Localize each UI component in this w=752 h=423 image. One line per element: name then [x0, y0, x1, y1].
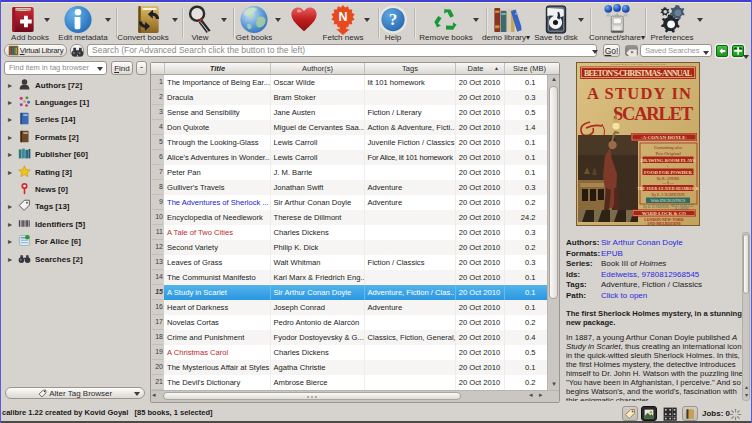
svg-text:WARD·LOCK & CO: WARD·LOCK & CO: [642, 211, 686, 216]
svg-text:Two Original: Two Original: [655, 151, 681, 156]
svg-text:·A·CONAN·DOYLE·: ·A·CONAN·DOYLE·: [641, 135, 688, 140]
svg-text:N: N: [338, 10, 347, 24]
svg-text:THE FOUR-LEAVED SHAMROCK: THE FOUR-LEAVED SHAMROCK: [637, 187, 699, 191]
svg-text:DRAWING-ROOM PLAYS: DRAWING-ROOM PLAYS: [641, 158, 696, 163]
svg-text:Containing also: Containing also: [654, 145, 683, 150]
svg-text:By D. H. FRISTON: By D. H. FRISTON: [643, 205, 669, 209]
svg-text:— § —: — § —: [661, 180, 675, 185]
svg-text:↓: ↓: [667, 164, 669, 168]
svg-text:A STUDY IN: A STUDY IN: [587, 84, 691, 103]
svg-text:By E. J. HAMILTON: By E. J. HAMILTON: [652, 193, 685, 197]
svg-text:FOOD FOR POWDER: FOOD FOR POWDER: [644, 170, 693, 175]
svg-text:AND·MELBOURNE: AND·MELBOURNE: [647, 222, 682, 226]
svg-text:BEETON'S·CHRISTMAS·ANNUAL: BEETON'S·CHRISTMAS·ANNUAL: [584, 69, 692, 78]
svg-text:With ENGRAVINGS: With ENGRAVINGS: [651, 198, 685, 203]
svg-text:?: ?: [389, 10, 397, 29]
svg-text:REGISTERED AT THE G.P.O. AS A: REGISTERED AT THE G.P.O. AS A NEWSPAPER: [611, 63, 666, 66]
svg-text:SCARLET: SCARLET: [613, 104, 694, 124]
